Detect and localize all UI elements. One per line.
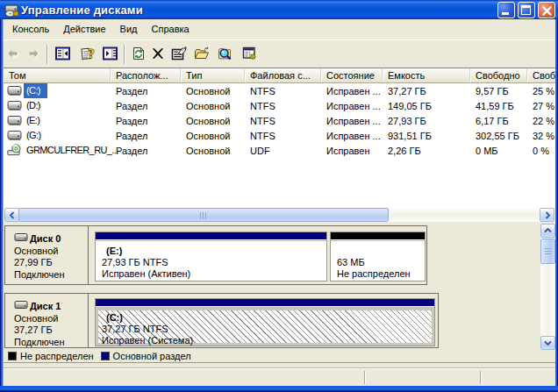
column-header-6[interactable]: Свободно (470, 68, 527, 83)
cell-free_pct: 0 % (527, 146, 558, 156)
disk-status: Подключен (14, 269, 88, 282)
status-separator (364, 371, 366, 384)
cell-free_pct: 27 % (527, 101, 558, 111)
volume-row-grmculfrerru[interactable]: GRMCULFRER_RU_...РазделОсновнойUDFИсправ… (4, 143, 555, 158)
toolbar-show-console-tree-button[interactable] (53, 45, 72, 64)
column-header-3[interactable]: Файловая с... (245, 68, 321, 83)
column-header-1[interactable]: Располож... (111, 68, 181, 83)
partition-name: (E:) (102, 246, 326, 257)
minimize-icon (502, 12, 509, 15)
column-header-0[interactable]: Том (4, 68, 111, 83)
disk-label-0[interactable]: Диск 0Основной27,99 ГБПодключен (5, 226, 89, 284)
close-icon (541, 4, 553, 17)
disk-management-icon (4, 3, 19, 18)
scrollbar-grip (200, 212, 207, 219)
legend-item-0: Не распределен (8, 351, 94, 361)
cell-layout: Раздел (111, 86, 181, 96)
volume-row-g[interactable]: (G:)РазделОсновнойNTFSИсправен ...931,51… (4, 128, 555, 143)
volume-list-header: ТомРасполож...ТипФайловая с...СостояниеЕ… (4, 68, 555, 83)
volume-name: (E:) (24, 113, 46, 128)
titlebar: Управление дисками (0, 0, 558, 19)
maximize-icon (521, 5, 531, 15)
cell-capacity: 931,51 ГБ (383, 131, 470, 141)
legend-label: Не распределен (20, 351, 94, 361)
column-header-5[interactable]: Емкость (383, 68, 470, 83)
partition-name: (C:) (102, 312, 434, 324)
view-icon (218, 46, 232, 62)
cell-layout: Раздел (111, 116, 181, 126)
toolbar-view-button[interactable] (215, 45, 234, 64)
disk-icon (14, 232, 30, 246)
toolbar-forward-button[interactable] (24, 45, 43, 64)
partition-status: Исправен (Активен) (102, 268, 326, 280)
partition-body: (E:)27,93 ГБ NTFSИсправен (Активен) (96, 240, 326, 281)
minimize-button[interactable] (497, 2, 515, 18)
disk-name: Диск 0 (30, 233, 61, 246)
disk-kind: Основной (14, 313, 88, 325)
menu-item-view[interactable]: Вид (113, 21, 145, 38)
menu-item-action[interactable]: Действие (56, 21, 112, 38)
cell-type: Основной (181, 101, 245, 111)
cell-type: Основной (181, 116, 245, 126)
cell-free: 9,57 ГБ (470, 86, 527, 96)
cell-capacity: 149,05 ГБ (383, 101, 470, 111)
scroll-right-button[interactable] (540, 208, 554, 222)
hard-drive-icon (7, 129, 24, 143)
cell-fs: UDF (245, 146, 321, 156)
legend: Не распределенОсновной раздел (4, 350, 555, 362)
scrollbar-grip (545, 248, 552, 255)
delete-icon (151, 46, 165, 62)
toolbar-open-button[interactable] (192, 45, 211, 64)
scroll-up-button[interactable] (540, 224, 555, 238)
volume-row-d[interactable]: (D:)РазделОсновнойNTFSИсправен ...149,05… (4, 98, 555, 113)
column-header-4[interactable]: Состояние (321, 68, 383, 83)
horizontal-scrollbar[interactable] (4, 208, 555, 222)
cell-capacity: 37,27 ГБ (383, 86, 470, 96)
legend-divider (4, 362, 555, 363)
toolbar-show-action-pane-button[interactable] (100, 45, 119, 64)
partition-c[interactable]: (C:)37,27 ГБ NTFSИсправен (Система) (95, 298, 435, 346)
close-button[interactable] (538, 2, 555, 18)
status-separator (480, 371, 482, 384)
menu-item-help[interactable]: Справка (145, 21, 197, 38)
toolbar-delete-button[interactable] (148, 45, 168, 64)
hard-drive-icon (7, 99, 24, 113)
toolbar-refresh-button[interactable] (129, 45, 148, 64)
maximize-button[interactable] (518, 2, 535, 18)
scroll-left-button[interactable] (4, 208, 19, 222)
volume-row-e[interactable]: (E:)РазделОсновнойNTFSИсправен ...27,93 … (4, 113, 555, 128)
cell-layout: Раздел (111, 101, 181, 111)
disk-label-1[interactable]: Диск 1Основной37,27 ГБПодключен (5, 294, 89, 347)
hard-drive-icon (7, 114, 24, 128)
toolbar-new-window-button[interactable] (240, 45, 259, 64)
toolbar-back-button[interactable] (3, 45, 22, 64)
column-header-2[interactable]: Тип (181, 68, 245, 83)
show-action-pane-icon (103, 46, 118, 62)
column-header-7[interactable]: Своб (527, 68, 555, 83)
disk-size: 37,27 ГБ (14, 324, 88, 337)
vertical-scrollbar[interactable] (540, 224, 555, 350)
disk-icon (14, 300, 30, 313)
status-bar (4, 367, 555, 386)
scroll-down-button[interactable] (540, 336, 555, 350)
menu-item-console[interactable]: Консоль (5, 21, 56, 38)
cell-free_pct: 32 % (527, 131, 558, 141)
cell-type: Основной (181, 146, 245, 156)
caption-buttons (497, 2, 555, 18)
cell-free_pct: 25 % (527, 86, 558, 96)
volume-cell: (E:) (4, 113, 111, 128)
horizontal-scrollbar-thumb[interactable] (18, 208, 389, 222)
help-topics-icon: ? (81, 46, 97, 62)
volume-row-c[interactable]: (C:)РазделОсновнойNTFSИсправен ...37,27 … (4, 83, 555, 98)
cell-type: Основной (181, 86, 245, 96)
vertical-scrollbar-thumb[interactable] (540, 239, 555, 264)
toolbar-properties-button[interactable] (169, 45, 189, 64)
window-border-left (0, 19, 4, 392)
cell-fs: NTFS (245, 86, 321, 96)
cell-free_pct: 22 % (527, 116, 558, 126)
partition-e[interactable]: (E:)27,93 ГБ NTFSИсправен (Активен) (95, 232, 327, 282)
partition-unallocated[interactable]: 63 МБНе распределен (330, 232, 426, 282)
toolbar-help-topics-button[interactable]: ? (79, 45, 98, 64)
cell-free: 41,59 ГБ (470, 101, 527, 111)
toolbar-separator (124, 45, 125, 64)
